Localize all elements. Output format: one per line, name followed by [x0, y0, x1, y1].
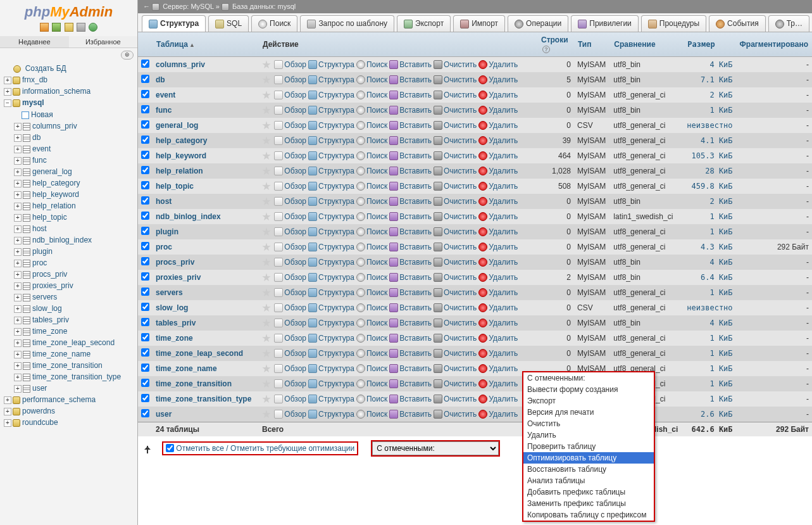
table-link-tables_priv[interactable]: tables_priv — [156, 319, 196, 327]
action-insert[interactable]: Вставить — [399, 60, 432, 69]
star-icon[interactable] — [262, 106, 271, 115]
sql-icon[interactable] — [65, 23, 73, 32]
action-empty[interactable]: Очистить — [444, 121, 477, 130]
tree-db-performance_schema[interactable]: performance_schema — [22, 395, 96, 404]
action-empty[interactable]: Очистить — [444, 410, 477, 419]
action-insert[interactable]: Вставить — [399, 334, 432, 343]
row-checkbox[interactable] — [141, 333, 149, 341]
collapse-nav-icon[interactable]: ⊜ — [121, 51, 134, 60]
tree-toggle-icon[interactable]: − — [4, 99, 11, 107]
action-insert[interactable]: Вставить — [399, 151, 432, 160]
table-link-ndb_binlog_index[interactable]: ndb_binlog_index — [156, 212, 221, 221]
action-structure[interactable]: Структура — [318, 151, 354, 160]
table-link-help_relation[interactable]: help_relation — [156, 167, 203, 175]
tree-table-host[interactable]: host — [32, 224, 47, 233]
action-browse[interactable]: Обзор — [284, 379, 306, 388]
tab-тр…[interactable]: Тр… — [768, 15, 809, 32]
tree-toggle-icon[interactable]: + — [14, 385, 22, 393]
breadcrumb-db[interactable]: mysql — [278, 3, 296, 10]
row-checkbox[interactable] — [141, 120, 149, 129]
col-size[interactable]: Размер — [687, 40, 715, 49]
action-structure[interactable]: Структура — [318, 364, 354, 373]
action-insert[interactable]: Вставить — [399, 91, 432, 99]
action-insert[interactable]: Вставить — [399, 273, 432, 282]
action-search[interactable]: Поиск — [366, 121, 387, 130]
action-empty[interactable]: Очистить — [444, 364, 477, 373]
action-drop[interactable]: Удалить — [489, 227, 518, 236]
tree-table-proxies_priv[interactable]: proxies_priv — [32, 281, 73, 290]
action-drop[interactable]: Удалить — [489, 410, 518, 419]
dropdown-item[interactable]: Добавить префикс таблицы — [523, 486, 654, 498]
action-search[interactable]: Поиск — [366, 288, 387, 297]
action-structure[interactable]: Структура — [318, 136, 354, 145]
action-browse[interactable]: Обзор — [284, 121, 306, 130]
col-rows[interactable]: Строки — [541, 35, 568, 44]
home-icon[interactable] — [40, 23, 49, 32]
action-empty[interactable]: Очистить — [444, 258, 477, 267]
tree-table-general_log[interactable]: general_log — [32, 167, 72, 176]
action-search[interactable]: Поиск — [366, 319, 387, 327]
star-icon[interactable] — [262, 319, 271, 327]
action-browse[interactable]: Обзор — [284, 349, 306, 358]
action-search[interactable]: Поиск — [366, 167, 387, 175]
docs-icon[interactable] — [77, 23, 85, 32]
action-structure[interactable]: Структура — [318, 303, 354, 312]
tab-операции[interactable]: Операции — [508, 15, 568, 32]
star-icon[interactable] — [262, 121, 271, 130]
row-checkbox[interactable] — [141, 242, 149, 250]
action-drop[interactable]: Удалить — [489, 151, 518, 160]
tree-table-time_zone[interactable]: time_zone — [32, 327, 67, 336]
tree-table-func[interactable]: func — [32, 156, 47, 165]
reload-icon[interactable] — [89, 23, 97, 32]
star-icon[interactable] — [262, 167, 271, 175]
action-drop[interactable]: Удалить — [489, 303, 518, 312]
action-structure[interactable]: Структура — [318, 395, 354, 403]
row-checkbox[interactable] — [141, 227, 149, 235]
dropdown-item[interactable]: Очистить — [523, 418, 654, 429]
action-drop[interactable]: Удалить — [489, 379, 518, 388]
action-structure[interactable]: Структура — [318, 75, 354, 84]
tab-экспорт[interactable]: Экспорт — [397, 15, 451, 32]
star-icon[interactable] — [262, 91, 271, 99]
action-browse[interactable]: Обзор — [284, 60, 306, 69]
table-link-slow_log[interactable]: slow_log — [156, 303, 188, 312]
action-structure[interactable]: Структура — [318, 410, 354, 419]
navtab-recent[interactable]: Недавнее — [0, 36, 69, 47]
tree-toggle-icon[interactable]: + — [14, 180, 22, 187]
action-insert[interactable]: Вставить — [399, 288, 432, 297]
row-checkbox[interactable] — [141, 409, 149, 417]
action-search[interactable]: Поиск — [366, 197, 387, 206]
tree-table-time_zone_transition_type[interactable]: time_zone_transition_type — [32, 372, 121, 381]
action-browse[interactable]: Обзор — [284, 288, 306, 297]
tree-toggle-icon[interactable]: + — [14, 123, 22, 130]
dropdown-item[interactable]: Удалить — [523, 429, 654, 441]
action-search[interactable]: Поиск — [366, 182, 387, 191]
tree-toggle-icon[interactable]: + — [4, 396, 11, 404]
tree-db-powerdns[interactable]: powerdns — [22, 407, 55, 415]
action-structure[interactable]: Структура — [318, 60, 354, 69]
tree-toggle-icon[interactable]: + — [14, 305, 22, 313]
row-checkbox[interactable] — [141, 196, 149, 205]
action-browse[interactable]: Обзор — [284, 319, 306, 327]
table-link-proc[interactable]: proc — [156, 243, 172, 251]
tree-toggle-icon[interactable]: + — [4, 77, 11, 84]
action-insert[interactable]: Вставить — [399, 319, 432, 327]
action-drop[interactable]: Удалить — [489, 182, 518, 191]
navtab-favorites[interactable]: Избранное — [69, 36, 138, 47]
dropdown-item[interactable]: Оптимизировать таблицу — [523, 452, 654, 464]
action-structure[interactable]: Структура — [318, 182, 354, 191]
action-browse[interactable]: Обзор — [284, 364, 306, 373]
col-overhead[interactable]: Фрагментировано — [740, 40, 808, 49]
tab-структура[interactable]: Структура — [142, 15, 206, 32]
action-search[interactable]: Поиск — [366, 60, 387, 69]
logout-icon[interactable] — [52, 23, 61, 32]
tab-sql[interactable]: SQL — [208, 15, 249, 32]
star-icon[interactable] — [262, 273, 271, 282]
action-drop[interactable]: Удалить — [489, 75, 518, 84]
action-browse[interactable]: Обзор — [284, 410, 306, 419]
star-icon[interactable] — [262, 410, 271, 419]
row-checkbox[interactable] — [141, 303, 149, 311]
action-insert[interactable]: Вставить — [399, 243, 432, 251]
action-insert[interactable]: Вставить — [399, 121, 432, 130]
help-icon[interactable]: ? — [542, 46, 550, 53]
